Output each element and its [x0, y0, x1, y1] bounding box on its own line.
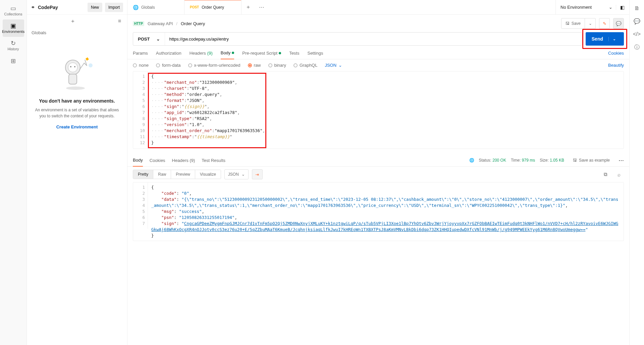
edit-button[interactable]: ✎ [599, 18, 610, 29]
radio-binary[interactable]: binary [268, 63, 286, 68]
breadcrumb-collection[interactable]: Gateway API [148, 21, 173, 26]
left-rail: ▭ Collections ▣ Environments ↻ History ⊞ [0, 0, 27, 345]
beautify-link[interactable]: Beautify [608, 63, 624, 68]
breadcrumb-request: Order Query [181, 21, 205, 26]
tab-authorization[interactable]: Authorization [156, 51, 181, 59]
send-button[interactable]: Send ⌄ [586, 32, 624, 46]
left-rail-label: Collections [4, 12, 22, 16]
resp-tab-cookies[interactable]: Cookies [150, 155, 165, 166]
radio-label: form-data [162, 63, 181, 68]
left-rail-history[interactable]: ↻ History [3, 37, 24, 54]
request-code[interactable]: {"merchant_no":"312300000969","charset":… [148, 71, 624, 149]
environments-icon: ▣ [10, 23, 16, 29]
save-button[interactable]: 🖫 Save [561, 18, 585, 29]
workspace-icon: ⚭ [31, 4, 35, 10]
left-rail-label: History [7, 47, 19, 51]
empty-title: You don't have any environments. [39, 98, 115, 104]
status-value: 200 OK [492, 158, 506, 163]
import-button[interactable]: Import [105, 3, 123, 12]
resp-tab-tests[interactable]: Test Results [202, 155, 225, 166]
response-body-editor[interactable]: 1234567 { "code": "0", "data": "{\"trans… [133, 182, 624, 241]
save-caret-button[interactable]: ⌄ [585, 18, 596, 29]
method-label: POST [138, 37, 150, 42]
filter-button[interactable]: ≡ [115, 17, 124, 25]
response-more-button[interactable]: ⋯ [619, 157, 624, 164]
response-code[interactable]: { "code": "0", "data": "{\"trans_no\":\"… [148, 182, 624, 241]
tab-tests[interactable]: Tests [289, 51, 299, 59]
search-response-button[interactable]: ⌕ [614, 169, 624, 179]
resp-tab-headers[interactable]: Headers (9) [172, 155, 195, 166]
create-environment-link[interactable]: Create Environment [56, 124, 98, 129]
breadcrumb-sep: / [176, 21, 177, 26]
tab-prerequest[interactable]: Pre-request Script [242, 51, 281, 59]
view-preview[interactable]: Preview [171, 170, 195, 179]
request-gutter: 123456789101112 [133, 71, 148, 149]
copy-response-button[interactable]: ⧉ [600, 169, 610, 179]
response-format-selector[interactable]: JSON ⌄ [224, 169, 249, 179]
save-icon: 🖫 [566, 21, 570, 26]
raw-format-selector[interactable]: JSON⌄ [325, 63, 342, 68]
left-rail-label: Environments [2, 30, 24, 34]
network-icon: 🌐 [469, 158, 474, 163]
tab-settings[interactable]: Settings [307, 51, 323, 59]
comments-button[interactable]: 💬 [613, 18, 624, 29]
new-button[interactable]: New [88, 3, 102, 12]
tab-globals[interactable]: 🌐 Globals [127, 0, 184, 14]
raw-format-label: JSON [325, 63, 336, 68]
radio-none[interactable]: none [133, 63, 149, 68]
environment-selector[interactable]: No Environment ⌄ ◧ [555, 0, 629, 14]
tab-overflow-button[interactable]: ⋯ [255, 0, 268, 14]
tab-label: Order Query [202, 5, 224, 10]
save-button-group: 🖫 Save ⌄ [561, 18, 596, 29]
left-rail-more[interactable]: ⊞ [3, 54, 24, 68]
collections-icon: ▭ [10, 5, 16, 11]
request-body-editor[interactable]: 123456789101112 {"merchant_no":"31230000… [133, 71, 624, 149]
save-example-button[interactable]: 🖫 Save as example [569, 155, 614, 166]
save-example-label: Save as example [579, 158, 610, 163]
astronaut-illustration [55, 51, 99, 92]
resp-tab-body[interactable]: Body [133, 154, 143, 167]
radio-label: raw [254, 63, 261, 68]
left-rail-environments[interactable]: ▣ Environments [3, 19, 24, 37]
tab-body[interactable]: Body [221, 50, 234, 59]
add-tab-button[interactable]: ＋ [241, 0, 255, 14]
radio-label: GraphQL [300, 63, 317, 68]
tab-label: Globals [141, 5, 155, 10]
http-badge: HTTP [133, 21, 144, 26]
tab-order-query[interactable]: POST Order Query [184, 0, 241, 14]
tab-headers[interactable]: Headers (9) [190, 51, 213, 59]
tab-body-label: Body [221, 50, 231, 55]
script-modified-dot [279, 52, 281, 54]
radio-graphql[interactable]: GraphQL [293, 63, 317, 68]
sidebar-header: ⚭ CodePay New Import [27, 0, 127, 15]
method-selector[interactable]: POST ⌄ [133, 33, 165, 45]
resp-headers-count: (9) [190, 158, 195, 163]
documentation-icon[interactable]: 🗎 [634, 5, 640, 11]
radio-raw[interactable]: raw [248, 63, 261, 68]
url-input[interactable] [165, 33, 582, 45]
resp-tab-headers-label: Headers [172, 158, 189, 163]
radio-form-data[interactable]: form-data [156, 63, 181, 68]
chevron-down-icon: ⌄ [241, 172, 245, 177]
info-icon[interactable]: ⓘ [634, 44, 640, 51]
tab-params[interactable]: Params [133, 51, 148, 59]
tabs-row: 🌐 Globals POST Order Query ＋ ⋯ No Enviro… [127, 0, 629, 15]
radio-xform[interactable]: x-www-form-urlencoded [188, 63, 240, 68]
left-rail-collections[interactable]: ▭ Collections [3, 2, 24, 19]
chevron-down-icon: ⌄ [338, 63, 342, 68]
comments-icon[interactable]: 💬 [634, 18, 640, 24]
env-quicklook-icon[interactable]: ◧ [616, 5, 625, 10]
body-type-row: none form-data x-www-form-urlencoded raw… [127, 59, 629, 71]
code-icon[interactable]: </> [633, 31, 641, 37]
view-raw[interactable]: Raw [153, 170, 171, 179]
tab-prerequest-label: Pre-request Script [242, 51, 277, 56]
svg-rect-1 [69, 74, 77, 84]
view-mode-segment: Pretty Raw Preview Visualize [133, 170, 221, 179]
request-tabs: Params Authorization Headers (9) Body Pr… [127, 46, 629, 59]
view-pretty[interactable]: Pretty [133, 170, 153, 179]
add-env-button[interactable]: ＋ [67, 16, 78, 26]
wrap-lines-button[interactable]: ⇥ [252, 169, 263, 179]
view-visualize[interactable]: Visualize [195, 170, 221, 179]
cookies-link[interactable]: Cookies [608, 51, 624, 59]
sidebar-section-globals[interactable]: Globals [27, 27, 127, 38]
